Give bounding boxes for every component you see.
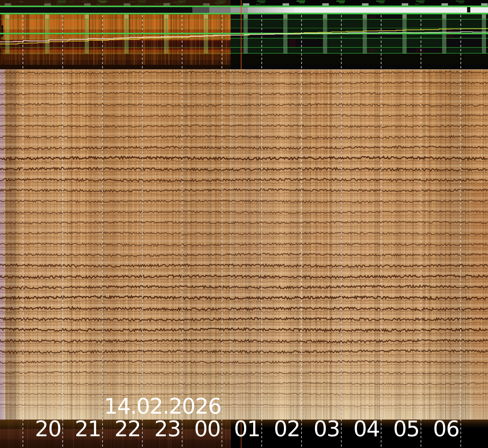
- date-label: 14.02.2026: [71, 396, 254, 417]
- hour-tick-label: 06: [417, 418, 476, 440]
- spectrogram-view: 14.02.2026 2021222300010203040506: [0, 0, 488, 448]
- spectrogram-canvas: [0, 0, 488, 448]
